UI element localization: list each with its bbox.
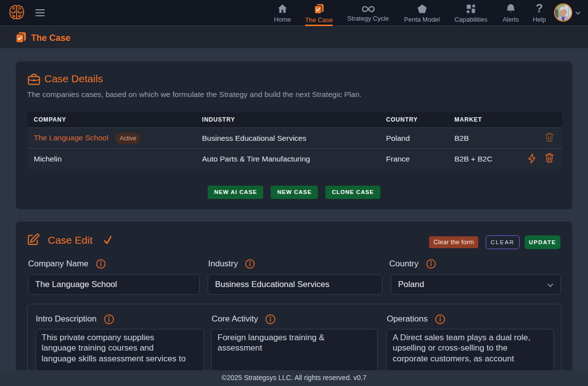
svg-text:?: ?: [536, 3, 543, 15]
